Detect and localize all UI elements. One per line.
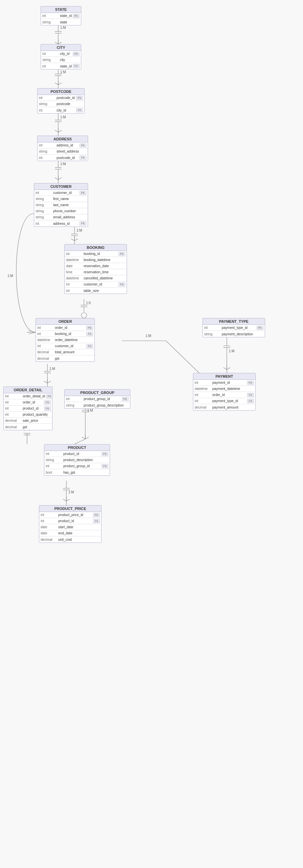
entity-booking: BOOKING int booking_id PK datetime booki… [64, 244, 127, 294]
entity-customer-row-0: int customer_id PK [34, 190, 88, 196]
rel-city-postcode: 1:M [60, 70, 66, 74]
entity-customer-row-3: string phone_number [34, 208, 88, 214]
entity-booking-row-1: datetime booking_datetime [65, 257, 127, 263]
svg-line-12 [58, 83, 62, 85]
entity-customer-row-5: int address_id FK [34, 220, 88, 226]
entity-city-header: CITY [41, 44, 81, 51]
entity-customer-row-2: string last_name [34, 202, 88, 208]
entity-product-price: PRODUCT_PRICE int product_price_id PK in… [39, 505, 102, 543]
entity-order-row-1: int booking_id FK [36, 331, 94, 337]
entity-booking-row-4: datetime cancelled_datetime [65, 275, 127, 281]
entity-order-detail-header: ORDER_DETAIL [4, 387, 52, 393]
entity-orderdetail-row-1: int order_id FK [4, 399, 52, 406]
rel-productgroup-product: 1:M [87, 409, 93, 412]
entity-productprice-row-4: decimal unit_cost [39, 536, 101, 542]
svg-line-69 [74, 439, 85, 444]
entity-productgroup-row-0: int product_group_id PK [65, 396, 130, 402]
svg-line-87 [223, 368, 227, 370]
entity-address-header: ADDRESS [38, 136, 88, 142]
entity-postcode-row-2: int city_id FK [38, 107, 84, 113]
entity-address-row-2: int postcode_id FK [38, 155, 88, 161]
svg-line-75 [66, 499, 70, 501]
entity-city: CITY int city_id PK string city int stat… [41, 44, 81, 70]
entity-address-row-1: string street_address [38, 149, 88, 155]
entity-customer-row-1: string first_name [34, 196, 88, 202]
entity-product-row-0: int product_id PK [44, 451, 110, 457]
entity-product-group: PRODUCT_GROUP int product_group_id PK st… [64, 389, 130, 409]
rel-postcode-address: 1:M [60, 115, 66, 119]
entity-order-row-2: datetime order_datetime [36, 337, 94, 343]
entity-product-row-2: int product_group_id FK [44, 463, 110, 469]
entity-address: ADDRESS int address_id PK string street_… [37, 136, 88, 161]
entity-order: ORDER int order_id PK int booking_id FK … [36, 318, 95, 362]
entity-order-detail: ORDER_DETAIL int order_detail_id PK int … [3, 387, 52, 430]
entity-orderdetail-row-0: int order_detail_id PK [4, 393, 52, 399]
svg-line-36 [74, 239, 78, 241]
entity-city-row-2: int state_id FK [41, 63, 81, 69]
diagram-container: 1:M 1:M 1:M 1:M 1:M 1:0 1:M 1:M M:0 1:M … [0, 0, 303, 868]
svg-line-74 [63, 499, 66, 501]
entity-state-header: STATE [41, 6, 81, 13]
entity-address-row-0: int address_id PK [38, 142, 88, 149]
svg-line-46 [29, 332, 36, 334]
entity-city-row-1: string city [41, 57, 81, 63]
svg-line-28 [58, 178, 62, 180]
entity-booking-row-5: int customer_id FK [65, 281, 127, 288]
svg-line-11 [55, 83, 58, 85]
entity-product-price-header: PRODUCT_PRICE [39, 506, 101, 512]
entity-state-row-1: string state [41, 19, 81, 25]
entity-customer: CUSTOMER int customer_id PK string first… [34, 183, 88, 227]
entity-product: PRODUCT int product_id PK string product… [44, 444, 110, 476]
entity-payment-row-4: decimal payment_amount [193, 404, 255, 410]
rel-address-customer: 1:M [60, 162, 66, 166]
entity-payment-row-2: int order_id FK [193, 392, 255, 398]
entity-booking-row-0: int booking_id PK [65, 251, 127, 257]
svg-line-66 [82, 437, 85, 439]
entity-booking-row-6: int table_size [65, 288, 127, 294]
entity-productprice-row-3: date end_date [39, 530, 101, 536]
svg-line-19 [55, 130, 58, 132]
entity-state: STATE int state_id PK string state [41, 6, 81, 25]
rel-paymenttype-payment: 1:M [229, 349, 235, 353]
svg-line-88 [227, 368, 230, 370]
entity-product-group-header: PRODUCT_GROUP [65, 390, 130, 396]
entity-postcode-header: POSTCODE [38, 88, 84, 95]
entity-product-row-3: bool has_gst [44, 469, 110, 475]
entity-productprice-row-0: int product_price_id PK [39, 512, 101, 518]
entity-booking-header: BOOKING [65, 244, 127, 251]
entity-order-row-3: int customer_id FK [36, 343, 94, 349]
svg-line-52 [44, 381, 47, 383]
entity-orderdetail-row-3: int product_quantity [4, 412, 52, 418]
entity-city-row-0: int city_id PK [41, 51, 81, 57]
rel-order-orderdetail: 1:M [49, 367, 55, 371]
entity-postcode: POSTCODE int postcode_id PK string postc… [37, 88, 85, 114]
entity-state-row-0: int state_id PK [41, 13, 81, 19]
entity-order-row-5: decimal gst [36, 355, 94, 361]
svg-line-27 [55, 178, 58, 180]
entity-product-row-1: string product_description [44, 457, 110, 463]
rel-state-city: 1:M [60, 26, 66, 29]
entity-payment: PAYMENT int payment_id PK datetime payme… [193, 373, 256, 411]
entity-product-header: PRODUCT [44, 445, 110, 451]
svg-line-20 [58, 130, 62, 132]
entity-productprice-row-1: int product_id FK [39, 518, 101, 524]
entity-orderdetail-row-2: int product_id FK [4, 406, 52, 412]
svg-line-53 [47, 381, 51, 383]
entity-payment-row-0: int payment_id PK [193, 380, 255, 386]
entity-paymenttype-row-0: int payment_type_id PK [203, 325, 265, 331]
entity-payment-header: PAYMENT [193, 373, 255, 380]
entity-booking-row-3: time reservation_time [65, 269, 127, 275]
rel-order-payment: 1:M [146, 334, 151, 338]
svg-line-45 [29, 331, 36, 332]
entity-payment-row-1: datetime payment_datetime [193, 386, 255, 392]
entity-order-row-0: int order_id PK [36, 325, 94, 331]
entity-customer-header: CUSTOMER [34, 183, 88, 190]
entity-paymenttype-row-1: string payment_description [203, 331, 265, 337]
entity-order-row-4: decimal total_amount [36, 349, 94, 355]
entity-payment-type-header: PAYMENT_TYPE [203, 318, 265, 325]
connections-svg [0, 0, 303, 868]
rel-product-productprice: 1:M [68, 490, 74, 494]
entity-orderdetail-row-5: decimal gst [4, 424, 52, 430]
entity-booking-row-2: date reservation_date [65, 263, 127, 269]
entity-orderdetail-row-4: decimal sale_price [4, 418, 52, 424]
